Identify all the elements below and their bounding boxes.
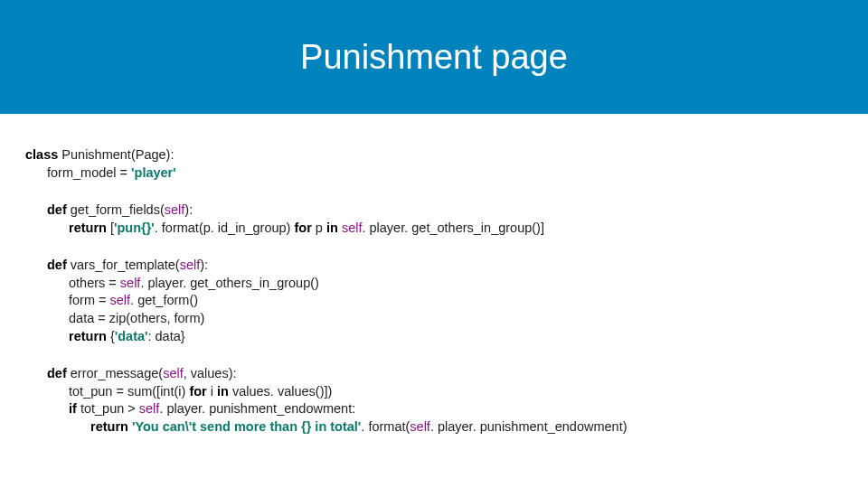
code-line: return 'You can\'t send more than {} in … <box>25 418 843 436</box>
code-line: others = self. player. get_others_in_gro… <box>25 275 843 293</box>
code-method-block: def vars_for_template(self): others = se… <box>25 257 843 345</box>
code-text: . format(p. id_in_group) <box>155 221 295 235</box>
code-text: tot_pun > <box>77 401 139 416</box>
string-literal: 'pun{}' <box>114 221 155 235</box>
code-text: tot_pun = sum([int(i) <box>69 384 189 399</box>
code-line: form = self. get_form() <box>25 292 843 310</box>
code-text: ): <box>200 258 208 272</box>
keyword-self: self <box>120 276 141 290</box>
code-text: form = <box>69 293 110 307</box>
keyword-return: return <box>69 221 107 235</box>
code-text: vars_for_template( <box>67 258 180 272</box>
code-text: { <box>107 329 115 343</box>
code-text: . player. punishment_endowment: <box>159 401 355 416</box>
string-literal: 'You can\'t send more than {} in total' <box>132 419 361 434</box>
code-text: . player. get_others_in_group() <box>140 276 319 290</box>
code-line: return ['pun{}'. format(p. id_in_group) … <box>25 220 843 238</box>
keyword-self: self <box>163 366 184 380</box>
keyword-self: self <box>165 202 185 217</box>
code-text: [ <box>107 221 114 235</box>
keyword-self: self <box>342 221 363 235</box>
keyword-def: def <box>47 202 67 217</box>
keyword-in: in <box>326 221 338 235</box>
keyword-return: return <box>69 329 107 343</box>
code-text: . player. get_others_in_group()] <box>362 221 544 235</box>
code-line: def error_message(self, values): <box>25 365 843 383</box>
code-text: . player. punishment_endowment) <box>430 419 627 434</box>
code-line: form_model = 'player' <box>25 164 843 183</box>
keyword-self: self <box>110 293 131 307</box>
keyword-for: for <box>189 384 206 399</box>
keyword-self: self <box>410 419 430 434</box>
code-method-block: def error_message(self, values): tot_pun… <box>25 365 843 436</box>
code-line: if tot_pun > self. player. punishment_en… <box>25 400 843 418</box>
code-text: , values): <box>184 366 237 380</box>
keyword-self: self <box>139 401 160 416</box>
keyword-class: class <box>25 147 58 162</box>
code-text: values. values()]) <box>229 384 332 399</box>
code-line: data = zip(others, form) <box>25 310 843 328</box>
code-line: tot_pun = sum([int(i) for i in values. v… <box>25 383 843 401</box>
code-text: . get_form() <box>130 293 198 307</box>
code-line: def vars_for_template(self): <box>25 257 843 275</box>
code-text: get_form_fields( <box>67 202 165 217</box>
slide: Punishment page class Punishment(Page): … <box>0 0 868 488</box>
code-text: Punishment(Page): <box>58 147 174 162</box>
keyword-return: return <box>90 419 128 434</box>
string-literal: 'player' <box>131 165 176 180</box>
code-text: form_model = <box>47 165 131 180</box>
code-line: class Punishment(Page): <box>25 146 843 164</box>
keyword-in: in <box>217 384 229 399</box>
string-literal: 'data' <box>115 329 148 343</box>
code-text: others = <box>69 276 120 290</box>
code-method-block: def get_form_fields(self): return ['pun{… <box>25 202 843 237</box>
keyword-def: def <box>47 366 67 380</box>
code-text: : data} <box>148 329 185 343</box>
keyword-self: self <box>180 258 201 272</box>
code-text: data = zip(others, form) <box>69 311 204 325</box>
code-class-block: class Punishment(Page): form_model = 'pl… <box>25 146 843 182</box>
keyword-if: if <box>69 401 77 416</box>
code-text: i <box>207 384 217 399</box>
slide-title: Punishment page <box>0 0 868 114</box>
code-text: . format( <box>361 419 410 434</box>
code-line: def get_form_fields(self): <box>25 202 843 220</box>
code-line: return {'data': data} <box>25 328 843 346</box>
code-text: error_message( <box>67 366 163 380</box>
code-text: p <box>312 221 326 235</box>
code-content: class Punishment(Page): form_model = 'pl… <box>0 114 868 436</box>
keyword-for: for <box>294 221 311 235</box>
keyword-def: def <box>47 258 67 272</box>
code-text: ): <box>184 202 193 217</box>
